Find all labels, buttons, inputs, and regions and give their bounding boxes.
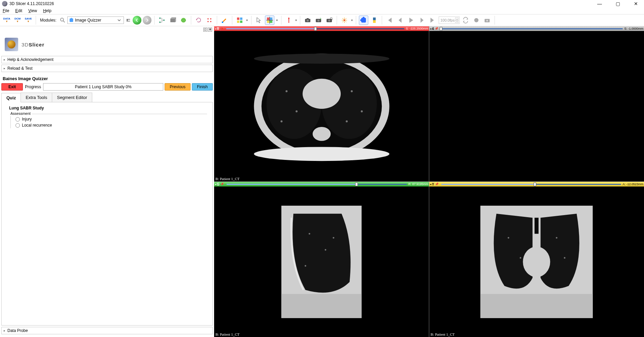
finish-button[interactable]: Finish (192, 83, 213, 91)
record-button[interactable] (472, 15, 481, 25)
seek-last-button[interactable] (428, 15, 437, 25)
slice-slider-red[interactable] (226, 27, 404, 30)
svg-point-33 (328, 20, 330, 22)
panel-close-button[interactable]: ⊠ (208, 28, 212, 32)
capture-button[interactable] (325, 15, 334, 25)
svg-point-8 (181, 18, 186, 23)
window-maximize-button[interactable]: ▢ (612, 1, 624, 6)
menu-edit[interactable]: Edit (14, 8, 23, 13)
svg-point-47 (254, 147, 389, 161)
slice-slider-yellow[interactable] (441, 182, 621, 186)
layout-button[interactable] (235, 15, 244, 25)
radio-injury[interactable] (15, 117, 20, 122)
reload-test-section[interactable]: Reload & Test (1, 65, 213, 72)
scene-view-button[interactable] (314, 15, 323, 25)
slice-view-gray[interactable]: ◂ 4 📌 S: -1.0000mm (429, 26, 644, 181)
load-dicom-button[interactable]: DCM▾ (13, 15, 22, 25)
svg-point-10 (207, 18, 209, 20)
save-button[interactable]: SAVE▾ (24, 15, 33, 25)
chevron-left-icon[interactable]: ◂ (215, 183, 216, 186)
window-minimize-button[interactable]: — (594, 1, 606, 6)
chevron-down-icon[interactable]: ▼ (276, 19, 278, 22)
slice-view-green[interactable]: ◂ G 📌 R: 87.9195mm (214, 182, 429, 337)
progress-text: Patient 1 Lung SABR Study 0% (75, 85, 132, 89)
seek-first-button[interactable] (385, 15, 394, 25)
pin-icon[interactable]: 📌 (220, 182, 224, 186)
screenshot-button[interactable] (303, 15, 312, 25)
step-back-button[interactable] (396, 15, 405, 25)
panel-undock-button[interactable]: ◫ (203, 28, 207, 32)
radio-recurrence[interactable] (15, 123, 20, 128)
fiducial-button[interactable] (340, 15, 349, 25)
slice-view-yellow[interactable]: ◂ Y 📌 A: -12.0523mm (429, 182, 644, 337)
assessment-legend: Assessment (9, 111, 32, 115)
svg-point-51 (280, 120, 282, 122)
svg-rect-19 (267, 18, 269, 20)
previous-button[interactable]: Previous (165, 83, 191, 91)
volume-rendering-button[interactable] (168, 15, 177, 25)
nav-back-button[interactable] (133, 16, 141, 25)
slice-bar-yellow[interactable]: ◂ Y 📌 A: -12.0523mm (429, 182, 644, 187)
models-button[interactable] (179, 15, 188, 25)
slice-intersections-button[interactable] (284, 15, 294, 25)
chevron-down-icon (117, 19, 121, 22)
chevron-left-icon[interactable]: ◂ (215, 27, 216, 30)
fps-input[interactable]: 100.0fps ▴▾ (439, 16, 460, 24)
svg-point-68 (564, 257, 566, 259)
svg-point-45 (302, 79, 340, 109)
segment-editor-toolbar-button[interactable] (220, 15, 229, 25)
slice-view-red[interactable]: ◂ R 📌 S: -225.2500mm (214, 26, 429, 181)
loop-button[interactable] (461, 15, 470, 25)
markups-button[interactable] (205, 15, 214, 25)
option-injury[interactable]: Injury (10, 116, 207, 122)
menubar: File Edit View Help (0, 7, 644, 14)
transforms-button[interactable] (194, 15, 203, 25)
svg-point-60 (333, 237, 334, 239)
tab-quiz[interactable]: Quiz (1, 93, 21, 102)
main-toolbar: DATA▾ DCM▾ SAVE▾ Modules: Image Quizzer (0, 14, 644, 26)
slice-footer-yellow: B: Patient 1_CT (431, 332, 455, 336)
data-probe-section[interactable]: Data Probe (1, 327, 213, 334)
step-forward-button[interactable] (417, 15, 427, 25)
chevron-left-icon[interactable]: ◂ (430, 183, 431, 186)
menu-file[interactable]: File (2, 8, 10, 13)
menu-help[interactable]: Help (42, 8, 52, 13)
window-close-button[interactable]: ✕ (630, 1, 642, 6)
slice-bar-green[interactable]: ◂ G 📌 R: 87.9195mm (214, 182, 429, 187)
menu-view[interactable]: View (28, 8, 38, 13)
crosshair-button[interactable] (265, 15, 274, 25)
chevron-down-icon[interactable]: ▼ (246, 19, 248, 22)
chevron-down-icon[interactable]: ▼ (295, 19, 298, 22)
snapshot-button[interactable] (482, 15, 492, 25)
extension-manager-button[interactable] (359, 15, 368, 25)
module-selector[interactable]: Image Quizzer (67, 16, 124, 24)
load-data-button[interactable]: DATA▾ (2, 15, 11, 25)
pin-icon[interactable]: 📌 (435, 27, 438, 30)
subject-hierarchy-button[interactable] (157, 15, 167, 25)
tab-segment-editor[interactable]: Segment Editor (52, 93, 92, 102)
progress-display: Patient 1 Lung SABR Study 0% (43, 83, 163, 91)
play-button[interactable] (406, 15, 416, 25)
slice-bar-red[interactable]: ◂ R 📌 S: -225.2500mm (214, 26, 429, 31)
exit-button[interactable]: Exit (1, 83, 23, 91)
slice-slider-green[interactable] (227, 182, 407, 186)
module-search-icon[interactable] (59, 17, 66, 24)
python-console-button[interactable] (370, 15, 379, 25)
nav-forward-button[interactable] (143, 16, 151, 25)
option-recurrence[interactable]: Local recurrence (10, 122, 207, 128)
svg-point-48 (254, 54, 389, 64)
svg-rect-29 (307, 18, 309, 19)
chevron-down-icon[interactable]: ▼ (350, 19, 353, 22)
slice-bar-gray[interactable]: ◂ 4 📌 S: -1.0000mm (429, 26, 644, 31)
slice-slider-gray[interactable] (441, 27, 623, 30)
tab-extra-tools[interactable]: Extra Tools (21, 93, 52, 102)
svg-rect-16 (240, 18, 242, 20)
cursor-button[interactable] (254, 15, 264, 25)
progress-label: Progress (24, 85, 42, 89)
chevron-left-icon[interactable]: ◂ (430, 27, 431, 30)
pin-icon[interactable]: 📌 (220, 27, 224, 30)
pin-icon[interactable]: 📌 (435, 182, 439, 186)
help-ack-section[interactable]: Help & Acknowledgement (1, 56, 213, 63)
module-history-button[interactable] (125, 15, 131, 25)
svg-point-66 (520, 257, 521, 259)
